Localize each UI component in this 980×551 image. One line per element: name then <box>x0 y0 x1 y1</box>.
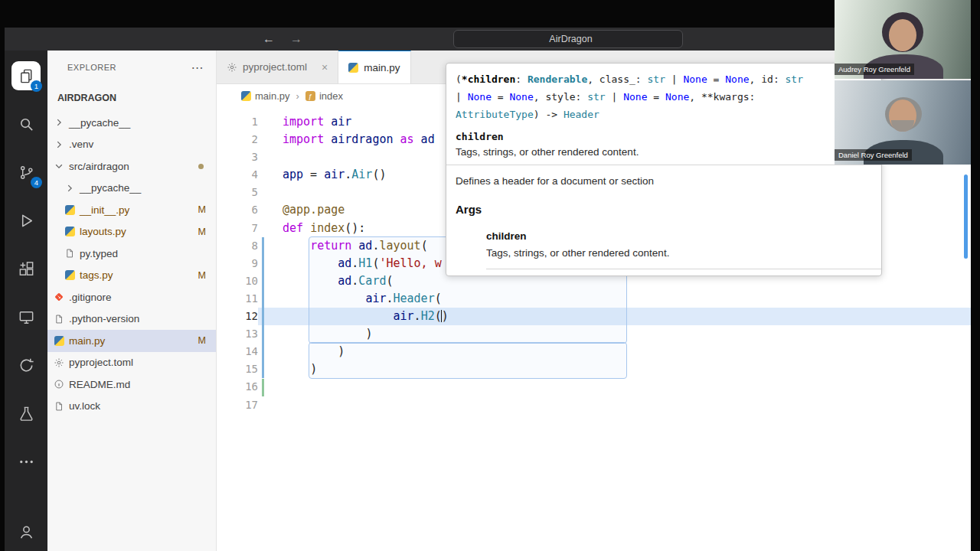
tree-item-label: __pycache__ <box>80 182 141 194</box>
monitor-icon <box>18 308 35 326</box>
activity-item-source-control[interactable]: 4 <box>11 158 41 187</box>
tree-item-slot <box>52 292 66 302</box>
tree-item-label: main.py <box>69 335 105 347</box>
webcam-tile-1[interactable]: Audrey Roy Greenfeld <box>835 0 971 79</box>
gear-icon <box>54 357 64 368</box>
tab-label: main.py <box>364 62 400 73</box>
code-line-11[interactable]: air.Header( <box>217 290 971 308</box>
webcam-tile-2[interactable]: Daniel Roy Greenfeld <box>835 80 971 165</box>
sidebar-title: EXPLORER <box>67 63 116 72</box>
tree-item-label: py.typed <box>80 248 118 259</box>
extensions-icon <box>18 260 35 278</box>
sync-icon <box>18 357 35 374</box>
participant-beard <box>891 120 914 132</box>
search-value: AirDragon <box>549 34 592 44</box>
breadcrumb-label: main.py <box>255 90 290 102</box>
chevron-right-icon <box>54 117 64 128</box>
args-heading: Args <box>446 190 881 216</box>
tree-item-.venv[interactable]: .venv <box>47 134 216 156</box>
chevron-down-icon <box>54 161 64 171</box>
code-line-15[interactable]: ) <box>217 360 971 378</box>
tree-item-label: .gitignore <box>69 292 112 303</box>
git-status-badge: M <box>198 204 206 215</box>
beaker-icon <box>18 405 35 422</box>
tree-item-slot <box>63 270 77 280</box>
breadcrumb-item-index[interactable]: ƒindex <box>305 90 343 102</box>
sidebar-more-actions-button[interactable]: ⋯ <box>191 60 204 75</box>
tree-item-layouts.py[interactable]: layouts.pyM <box>47 221 216 243</box>
signature-help-popup: (*children: Renderable, class_: str | No… <box>446 63 882 276</box>
tree-item-__init__.py[interactable]: __init__.pyM <box>47 199 216 221</box>
tree-item-src/airdragon[interactable]: src/airdragon <box>47 155 216 178</box>
activity-item-remote-explorer[interactable] <box>11 302 41 331</box>
activity-item-run-debug[interactable] <box>11 206 41 235</box>
file-tree: __pycache__.venvsrc/airdragon__pycache__… <box>47 112 216 417</box>
tree-item-__pycache__[interactable]: __pycache__ <box>47 178 216 200</box>
tree-item-.python-version[interactable]: .python-version <box>47 308 216 331</box>
tab-close-button[interactable]: × <box>322 61 328 73</box>
tree-item-README.md[interactable]: README.md <box>47 373 216 396</box>
code-line-13[interactable]: ) <box>217 325 971 343</box>
breadcrumb-item-main.py[interactable]: main.py <box>241 90 290 102</box>
code-line-14[interactable]: ) <box>217 343 971 360</box>
tree-item-tags.py[interactable]: tags.pyM <box>47 265 216 287</box>
info-icon <box>54 379 64 390</box>
activity-item-explorer[interactable]: 1 <box>11 61 41 90</box>
search-icon <box>18 116 35 133</box>
file-icon <box>54 401 64 412</box>
activity-item-testing[interactable] <box>11 399 41 428</box>
signature-text: (*children: Renderable, class_: str | No… <box>446 64 881 123</box>
tree-item-uv.lock[interactable]: uv.lock <box>47 396 216 418</box>
activity-item-extensions[interactable] <box>11 254 41 283</box>
tree-item-main.py[interactable]: main.pyM <box>47 330 216 352</box>
tree-item-label: .venv <box>69 139 93 150</box>
tab-main.py[interactable]: main.py <box>338 51 410 83</box>
activity-bar: 14 <box>5 51 47 551</box>
python-icon <box>65 270 75 280</box>
activity-item-sync[interactable] <box>11 350 41 380</box>
tree-item-slot <box>52 401 66 412</box>
file-icon <box>64 248 75 259</box>
breadcrumb-label: index <box>319 90 343 102</box>
tree-item-slot <box>52 314 66 324</box>
tab-pyproject.toml[interactable]: pyproject.toml× <box>217 51 338 83</box>
active-parameter-description: Tags, strings, or other rendered content… <box>446 142 881 165</box>
tree-item-py.typed[interactable]: py.typed <box>47 243 216 265</box>
participant-name: Audrey Roy Greenfeld <box>835 64 914 75</box>
tree-item-.gitignore[interactable]: .gitignore <box>47 286 216 308</box>
window-titlebar: ← → AirDragon <box>5 28 971 51</box>
tree-item-slot <box>52 139 66 150</box>
tree-item-pyproject.toml[interactable]: pyproject.toml <box>47 352 216 374</box>
active-parameter-label: children <box>446 123 881 142</box>
participant-name: Daniel Roy Greenfeld <box>835 149 912 161</box>
tree-item-slot <box>63 205 77 215</box>
activity-item-account[interactable] <box>11 517 41 546</box>
python-icon <box>65 205 75 215</box>
video-call-overlay: Audrey Roy Greenfeld Daniel Roy Greenfel… <box>835 0 971 165</box>
arg-entry: children Tags, strings, or other rendere… <box>446 216 881 260</box>
tab-label: pyproject.toml <box>243 61 307 73</box>
tree-item-label: pyproject.toml <box>69 357 133 368</box>
code-line-16[interactable] <box>217 378 971 396</box>
command-center-search[interactable]: AirDragon <box>453 30 683 48</box>
tree-item-label: layouts.py <box>80 226 126 237</box>
tree-item-label: .python-version <box>69 313 139 324</box>
activity-item-more-actions[interactable] <box>11 447 41 476</box>
chevron-right-icon <box>64 183 75 194</box>
nav-arrows: ← → <box>263 28 302 51</box>
tree-item-__pycache__[interactable]: __pycache__ <box>47 112 216 134</box>
tree-item-slot <box>52 117 66 128</box>
tree-item-slot <box>63 248 77 259</box>
code-line-12[interactable]: air.H2() <box>217 308 971 325</box>
breadcrumb-separator: › <box>296 90 299 102</box>
code-line-17[interactable] <box>217 396 971 414</box>
git-modified-dot <box>198 164 204 169</box>
section-header-airdragon[interactable]: AIRDRAGON <box>47 84 216 112</box>
overview-ruler-marker <box>964 174 968 259</box>
activity-item-search[interactable] <box>11 109 41 139</box>
tree-item-slot <box>52 379 66 390</box>
tree-item-slot <box>52 161 66 171</box>
forward-button[interactable]: → <box>290 32 302 46</box>
back-button[interactable]: ← <box>263 32 275 46</box>
tree-item-slot <box>63 227 77 236</box>
